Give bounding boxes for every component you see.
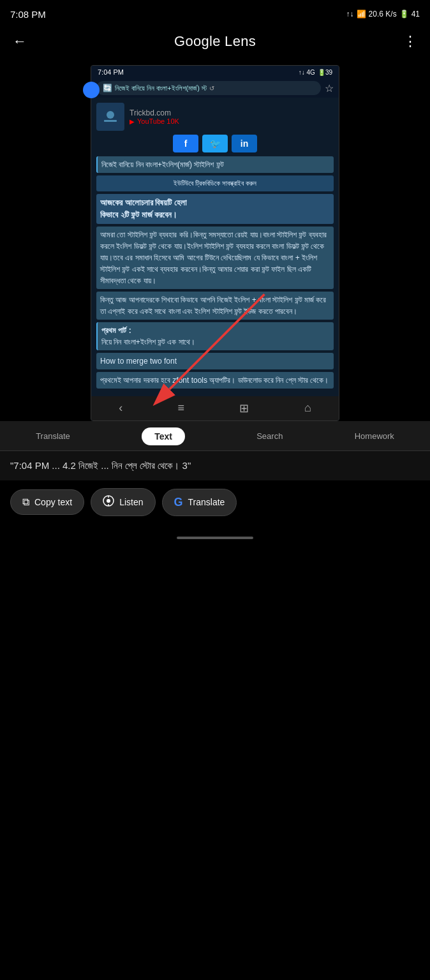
top-bar: ← Google Lens ⋮ [0,26,430,60]
home-indicator [0,531,430,547]
listen-icon [103,495,114,509]
back-button[interactable]: ← [10,31,29,52]
browser-url-bar[interactable]: 🔄 নিজেই বানিয়ে নিন বাংলা+ইংলিশ(মার্জ) স… [96,81,321,95]
tab-text-pill[interactable]: Text [142,427,185,445]
more-button[interactable]: ⋮ [401,31,420,52]
action-buttons-bar: ⧉ Copy text Listen G Translate [0,480,430,531]
nav-menu-icon[interactable]: ≡ [178,401,185,415]
site-domain: Trickbd.com [130,108,179,117]
inner-network: ↑↓ 4G [299,69,315,76]
tab-search[interactable]: Search [256,431,283,441]
content-body2: কিন্তু আজ আপনাদেরকে শিখাবো কিভাবে আপনি ন… [96,292,334,320]
screenshot-container: 7:04 PM ↑↓ 4G 🔋39 🔄 নিজেই বানিয়ে নিন বা… [0,60,430,421]
content-body1: আমরা তো স্টাইলিশ ফন্ট ব্যবহার করি।কিন্তু… [96,226,334,289]
browser-bar: 🔄 নিজেই বানিয়ে নিন বাংলা+ইংলিশ(মার্জ) স… [91,78,339,98]
status-icons: ↑↓ 📶 20.6 K/s 🔋 41 [346,10,420,19]
site-logo [96,103,124,131]
tab-homework[interactable]: Homework [355,431,394,441]
battery-level: 41 [411,10,420,19]
speed-text: 20.6 K/s [369,10,397,19]
listen-button[interactable]: Listen [91,488,155,516]
social-icons-row: f 🐦 in [96,135,334,152]
content-title: আজকের আলোচনার বিষয়টি হেলা কিভাবে ২টি ফন… [96,194,334,224]
copy-text-label: Copy text [34,497,72,507]
status-bar: 7:08 PM ↑↓ 📶 20.6 K/s 🔋 41 [0,0,430,26]
inner-battery: 🔋39 [318,69,332,76]
network-icon: ↑↓ [346,10,354,19]
battery-icon: 🔋 [399,10,409,19]
detected-text-banner: "7:04 PM ... 4.2 নিজেই ... নিন প্লে স্টো… [0,450,430,481]
detected-text: "7:04 PM ... 4.2 নিজেই ... নিন প্লে স্টো… [10,460,191,471]
refresh-icon[interactable]: ↺ [209,85,214,92]
phone-screenshot: 7:04 PM ↑↓ 4G 🔋39 🔄 নিজেই বানিয়ে নিন বা… [91,65,339,421]
listen-label: Listen [119,497,143,507]
url-text: নিজেই বানিয়ে নিন বাংলা+ইংলিশ(মার্জ) স্ট [115,84,207,93]
content-area: Trickbd.com ▶ YouTube 10K f 🐦 in নিজেই ব… [91,98,339,396]
content-subscribe: ইউটিউবে ট্রিকবিডিকে সাবস্ক্রাইব করুন [96,175,334,191]
tab-search-label: Search [256,431,283,441]
svg-point-1 [107,111,114,119]
twitter-icon: 🐦 [202,135,228,152]
inner-status-bar: 7:04 PM ↑↓ 4G 🔋39 [91,66,339,78]
tab-translate[interactable]: Translate [36,431,70,441]
tab-translate-label: Translate [36,431,70,441]
tabs-bar: Translate Text Search Homework [0,421,430,450]
tab-homework-label: Homework [355,431,394,441]
nav-home-icon[interactable]: ⌂ [304,401,311,415]
linkedin-icon: in [232,135,257,152]
translate-label: Translate [188,497,225,507]
tab-text-label: Text [154,431,172,442]
home-bar [177,537,253,539]
nav-tabs-icon[interactable]: ⊞ [239,401,249,415]
copy-text-button[interactable]: ⧉ Copy text [10,489,84,515]
status-time: 7:08 PM [10,9,46,20]
app-title: Google Lens [174,33,256,50]
tab-text[interactable]: Text [142,427,185,445]
screenshot-wrapper: 7:04 PM ↑↓ 4G 🔋39 🔄 নিজেই বানিয়ে নিন বা… [91,65,339,421]
inner-time: 7:04 PM [98,68,124,76]
facebook-icon: f [173,135,198,152]
content-line1: নিজেই বানিয়ে নিন বাংলা+ইংলিশ(মার্জ) স্ট… [96,156,334,173]
site-header: Trickbd.com ▶ YouTube 10K [96,103,334,131]
svg-rect-2 [104,120,117,122]
content-howto: How to merge two font [96,353,334,369]
copy-icon: ⧉ [22,496,29,508]
content-part1: প্রথম পার্ট : নিয়ে নিন বাংলা+ইংলিশ ফন্ট… [96,322,334,350]
site-name-block: Trickbd.com ▶ YouTube 10K [130,108,179,125]
site-youtube: ▶ YouTube 10K [130,117,179,125]
star-icon[interactable]: ☆ [325,82,334,94]
content-step1: প্রথমেই আপনার দরকার হবে zfont tools অ্যা… [96,372,334,389]
translate-button[interactable]: G Translate [162,489,237,516]
signal-icon: 📶 [357,10,366,19]
google-translate-icon: G [174,496,183,509]
blue-dot-indicator [83,82,100,98]
inner-nav-bar: ‹ ≡ ⊞ ⌂ [91,396,339,420]
nav-back-icon[interactable]: ‹ [119,401,122,415]
svg-point-6 [107,499,110,503]
